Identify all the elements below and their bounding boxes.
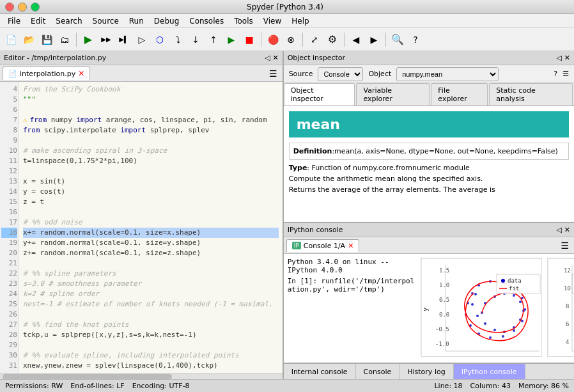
menu-tools[interactable]: Tools <box>229 15 258 27</box>
toolbar-separator-5 <box>385 33 386 47</box>
status-right: Line: 18 Column: 43 Memory: 86 % <box>434 382 569 390</box>
svg-text:0.0: 0.0 <box>439 311 449 318</box>
prev-button[interactable]: ◀ <box>348 31 364 48</box>
svg-text:6: 6 <box>566 321 569 327</box>
inspector-help-icon[interactable]: ? <box>554 70 557 78</box>
clear-breakpoints-button[interactable]: ⊗ <box>283 31 299 48</box>
code-line-19: y+= random.normal(scale=0.1, size=y.shap… <box>23 238 279 248</box>
debug-button[interactable]: ⬡ <box>151 31 168 48</box>
save-button[interactable]: 💾 <box>38 31 55 48</box>
code-line-8: from scipy.interpolate import splprep, s… <box>23 125 279 136</box>
ipython-tabs: IP Console 1/A ✕ ☰ <box>284 237 574 254</box>
run-cell-button[interactable]: ▶▶ <box>98 31 114 48</box>
svg-text:10: 10 <box>564 285 571 292</box>
step-into-button[interactable]: ↓ <box>187 31 204 48</box>
svg-point-19 <box>484 322 486 325</box>
status-permissions: Permissions: RW <box>5 382 63 390</box>
svg-text:y: y <box>422 308 429 311</box>
code-line-17: # %% odd noise <box>23 217 279 228</box>
code-line-21 <box>23 258 279 269</box>
svg-point-12 <box>513 294 515 297</box>
source-select[interactable]: Console <box>318 67 363 81</box>
editor-close-icon[interactable]: ✕ <box>272 54 278 62</box>
warning-icon: ⚠ <box>23 115 27 125</box>
code-line-6 <box>23 105 279 115</box>
menu-consoles[interactable]: Consoles <box>184 15 229 27</box>
ipython-tab-icon: IP <box>292 242 301 249</box>
zoom-in-button[interactable]: 🔍 <box>389 31 406 48</box>
next-button[interactable]: ▶ <box>366 31 382 48</box>
settings-button[interactable]: ⚙ <box>324 31 341 48</box>
object-label: Object <box>368 70 391 78</box>
code-line-15: z = t <box>23 197 279 207</box>
tab-ipython-console[interactable]: IPython console <box>454 364 525 379</box>
editor-scrollbar[interactable] <box>0 373 283 379</box>
ipython-dock-icon[interactable]: ◁ <box>556 226 561 234</box>
titlebar: Spyder (Python 3.4) <box>0 0 574 14</box>
mean-title: mean <box>289 111 569 137</box>
menu-help[interactable]: Help <box>286 15 314 27</box>
svg-text:0.5: 0.5 <box>439 297 449 303</box>
tab-variable-explorer[interactable]: Variable explorer <box>356 83 430 106</box>
maximize-button[interactable] <box>31 3 40 12</box>
tab-close-icon[interactable]: ✕ <box>78 69 84 78</box>
ipython-close-icon[interactable]: ✕ <box>564 226 570 234</box>
python-version-line: Python 3.4.0 on linux -- IPython 4.0.0 <box>288 258 415 274</box>
ipython-tab[interactable]: IP Console 1/A ✕ <box>286 239 360 252</box>
code-line-26 <box>23 310 279 320</box>
minimize-button[interactable] <box>18 3 27 12</box>
tab-console[interactable]: Console <box>356 364 400 379</box>
code-line-16 <box>23 207 279 217</box>
step-return-button[interactable]: ↑ <box>205 31 222 48</box>
toolbar-separator-1 <box>76 33 77 47</box>
tab-internal-console[interactable]: Internal console <box>284 364 356 379</box>
code-line-28: tckp,u = splprep([x,y,z],s=s,k=k,nest=-1… <box>23 330 279 340</box>
editor-tab[interactable]: 📄 interpolation.py ✕ <box>3 67 90 80</box>
ipython-tab-close[interactable]: ✕ <box>348 242 353 250</box>
run-selection-button[interactable]: ▷ <box>134 31 150 48</box>
menu-source[interactable]: Source <box>88 15 124 27</box>
svg-point-20 <box>476 315 479 317</box>
main-area: Editor - /tmp/interpolation.py ◁ ✕ 📄 int… <box>0 51 574 379</box>
object-inspector-header: Object inspector ◁ ✕ <box>284 51 574 65</box>
svg-text:data: data <box>508 278 522 284</box>
svg-point-30 <box>513 329 515 332</box>
file-icon: 📄 <box>8 70 17 78</box>
menu-file[interactable]: File <box>3 15 26 27</box>
step-button[interactable]: ⤵ <box>169 31 186 48</box>
stop-button[interactable]: ■ <box>241 31 258 48</box>
menu-debug[interactable]: Debug <box>149 15 184 27</box>
object-select[interactable]: numpy.mean <box>396 67 499 81</box>
ipython-tab-options-icon[interactable]: ☰ <box>558 239 571 252</box>
toolbar-separator-2 <box>261 33 261 47</box>
continue-button[interactable]: ▶ <box>223 31 240 48</box>
tab-file-explorer[interactable]: File explorer <box>431 83 488 106</box>
code-line-23: s=3.0 # smoothness parameter <box>23 279 279 289</box>
toolbar: 📄 📂 💾 🗂 ▶ ▶▶ ▶▍ ▷ ⬡ ⤵ ↓ ↑ ▶ ■ 🔴 ⊗ ⤢ ⚙ ◀ … <box>0 28 574 51</box>
tab-options-icon[interactable]: ☰ <box>267 67 280 80</box>
help-button[interactable]: ? <box>407 31 424 48</box>
run-button[interactable]: ▶ <box>80 31 97 48</box>
tab-history-log[interactable]: History log <box>399 364 453 379</box>
set-breakpoint-button[interactable]: 🔴 <box>265 31 281 48</box>
inspector-close-icon[interactable]: ✕ <box>564 54 570 62</box>
open-file-button[interactable]: 📂 <box>20 31 37 48</box>
close-button[interactable] <box>5 3 14 12</box>
editor-path: Editor - /tmp/interpolation.py <box>4 54 106 62</box>
inspector-options-icon[interactable]: ☰ <box>562 70 569 78</box>
new-file-button[interactable]: 📄 <box>3 31 19 48</box>
run-cell-advance-button[interactable]: ▶▍ <box>116 31 132 48</box>
maximize-panel-button[interactable]: ⤢ <box>306 31 323 48</box>
menu-edit[interactable]: Edit <box>26 15 50 27</box>
description-line-2: Returns the average of the array element… <box>289 185 569 194</box>
inspector-dock-icon[interactable]: ◁ <box>556 54 561 62</box>
editor-options-icon[interactable]: ◁ <box>265 54 270 62</box>
menu-run[interactable]: Run <box>124 15 149 27</box>
tab-object-inspector[interactable]: Object inspector <box>284 83 355 106</box>
menu-search[interactable]: Search <box>50 15 87 27</box>
object-inspector-content: mean Definition:mean(a, axis=None, dtype… <box>284 106 574 222</box>
menu-view[interactable]: View <box>258 15 286 27</box>
tab-static-code[interactable]: Static code analysis <box>489 83 573 106</box>
save-all-button[interactable]: 🗂 <box>56 31 73 48</box>
code-area[interactable]: From the SciPy Cookbook """ ⚠ from numpy… <box>19 82 283 373</box>
